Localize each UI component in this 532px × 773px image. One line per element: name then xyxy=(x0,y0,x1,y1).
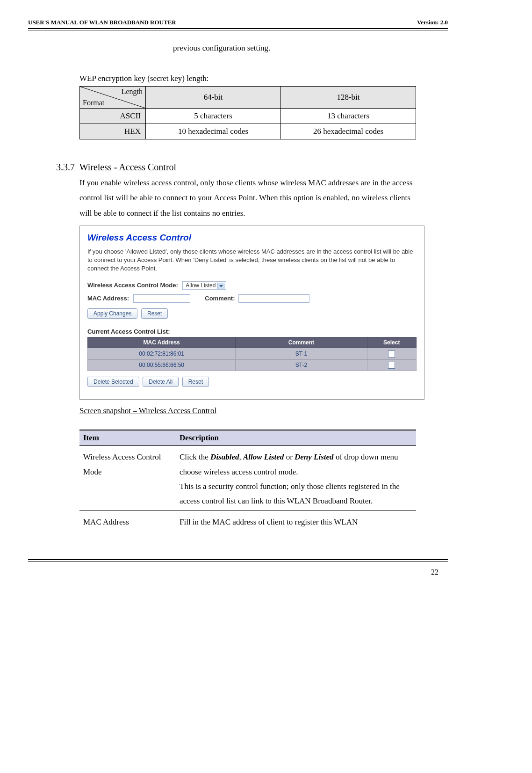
wep-ascii-128: 13 characters xyxy=(281,109,416,124)
desc-row-item: Wireless Access Control Mode xyxy=(79,446,176,511)
desc-sep: or xyxy=(284,452,295,461)
desc-header-description: Description xyxy=(176,430,416,446)
wep-hex-64: 10 hexadecimal codes xyxy=(146,124,281,139)
continuation-row: previous configuration setting. xyxy=(79,44,429,55)
acl-col-comment: Comment xyxy=(236,337,367,348)
delete-all-button[interactable]: Delete All xyxy=(143,377,179,387)
page-header: USER'S MANUAL OF WLAN BROADBAND ROUTER V… xyxy=(28,19,448,28)
section-body: If you enable wireless access control, o… xyxy=(79,175,424,221)
apply-button[interactable]: Apply Changes xyxy=(87,308,137,319)
wep-row-hex: HEX xyxy=(80,124,146,139)
comment-input[interactable] xyxy=(238,294,309,303)
panel-desc: If you choose 'Allowed Listed', only tho… xyxy=(87,248,417,273)
wep-header-length: Length xyxy=(122,88,143,96)
comment-label: Comment: xyxy=(205,295,235,302)
acl-row: 00:02:72:81:86:01 ST-1 xyxy=(88,348,417,359)
wep-row-ascii: ASCII xyxy=(80,109,146,124)
desc-sep: , xyxy=(239,452,244,461)
mac-input[interactable] xyxy=(133,294,190,303)
acl-col-select: Select xyxy=(367,337,416,348)
acl-row-checkbox[interactable] xyxy=(388,350,395,357)
continuation-text: previous configuration setting. xyxy=(173,44,270,52)
mode-label: Wireless Access Control Mode: xyxy=(87,282,178,289)
desc-row-item: MAC Address xyxy=(79,510,176,531)
acl-row-comment: ST-2 xyxy=(236,359,367,371)
wep-diagonal-header: Length Format xyxy=(80,87,146,109)
mac-label: MAC Address: xyxy=(87,295,129,302)
acl-row-comment: ST-1 xyxy=(236,348,367,359)
acl-list-title: Current Access Control List: xyxy=(87,328,417,335)
header-rule xyxy=(28,28,448,30)
header-left: USER'S MANUAL OF WLAN BROADBAND ROUTER xyxy=(28,19,176,26)
wep-col-64: 64-bit xyxy=(146,87,281,109)
wep-header-format: Format xyxy=(83,99,104,107)
delete-selected-button[interactable]: Delete Selected xyxy=(87,377,139,387)
desc-row-text: Fill in the MAC address of client to reg… xyxy=(176,510,416,531)
acl-table: MAC Address Comment Select 00:02:72:81:8… xyxy=(87,337,417,371)
desc-row-text: Click the Disabled, Allow Listed or Deny… xyxy=(176,446,416,511)
header-right: Version: 2.0 xyxy=(417,19,448,26)
acl-row-mac: 00:00:55:66:66:50 xyxy=(88,359,236,371)
description-table: Item Description Wireless Access Control… xyxy=(79,430,416,531)
mode-select-value: Allow Listed xyxy=(186,282,216,289)
wep-intro: WEP encryption key (secret key) length: xyxy=(79,74,448,83)
mode-select[interactable]: Allow Listed xyxy=(182,281,226,290)
screenshot-panel: Wireless Access Control If you choose 'A… xyxy=(79,226,424,400)
desc-header-item: Item xyxy=(79,430,176,446)
wep-hex-128: 26 hexadecimal codes xyxy=(281,124,416,139)
panel-title: Wireless Access Control xyxy=(87,233,417,243)
reset-list-button[interactable]: Reset xyxy=(182,377,209,387)
desc-text-rest: This is a security control function; onl… xyxy=(180,482,400,505)
desc-text-pre: Click the xyxy=(180,452,210,461)
acl-row-mac: 00:02:72:81:86:01 xyxy=(88,348,236,359)
wep-table: Length Format 64-bit 128-bit ASCII 5 cha… xyxy=(79,86,416,139)
acl-row-checkbox[interactable] xyxy=(388,362,395,369)
desc-opt-deny: Deny Listed xyxy=(295,452,334,461)
reset-button[interactable]: Reset xyxy=(141,308,168,319)
wep-ascii-64: 5 characters xyxy=(146,109,281,124)
section-title: Wireless - Access Control xyxy=(79,162,176,172)
section-heading: 3.3.7 Wireless - Access Control xyxy=(56,162,448,173)
acl-col-mac: MAC Address xyxy=(88,337,236,348)
wep-col-128: 128-bit xyxy=(281,87,416,109)
screenshot-caption: Screen snapshot – Wireless Access Contro… xyxy=(79,406,448,416)
page-number: 22 xyxy=(28,568,448,576)
acl-row: 00:00:55:66:66:50 ST-2 xyxy=(88,359,417,371)
footer-rule xyxy=(28,559,448,562)
desc-opt-allow: Allow Listed xyxy=(243,452,284,461)
section-number: 3.3.7 xyxy=(56,162,75,172)
desc-opt-disabled: Disabled xyxy=(210,452,239,461)
